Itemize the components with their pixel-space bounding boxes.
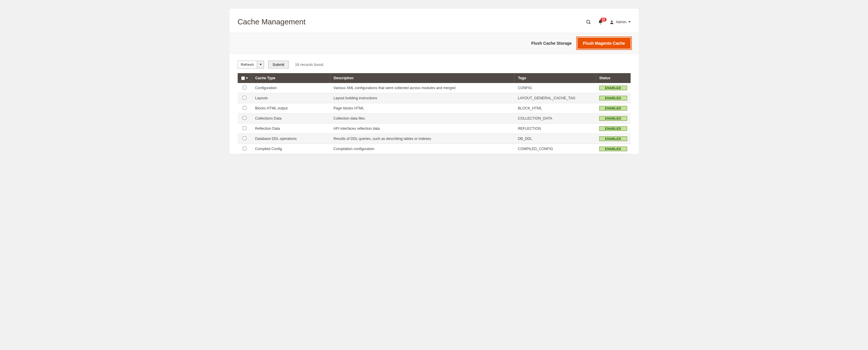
row-checkbox[interactable] — [243, 147, 246, 150]
status-badge: ENABLED — [599, 126, 627, 131]
cell-type: Reflection Data — [252, 124, 330, 134]
cell-description: Results of DDL queries, such as describi… — [330, 134, 515, 144]
svg-point-0 — [587, 20, 590, 23]
select-all-checkbox[interactable] — [241, 76, 245, 80]
chevron-down-icon — [628, 21, 630, 23]
row-checkbox[interactable] — [243, 86, 246, 89]
flush-magento-cache-button[interactable]: Flush Magento Cache — [578, 38, 630, 49]
status-badge: ENABLED — [599, 147, 627, 151]
records-count: 16 records found — [295, 62, 323, 67]
cell-tags: BLOCK_HTML — [515, 103, 596, 114]
cell-description: Page blocks HTML — [330, 103, 515, 114]
col-header-description[interactable]: Description — [330, 73, 515, 83]
search-icon[interactable] — [586, 19, 591, 25]
cell-tags: COLLECTION_DATA — [515, 114, 596, 124]
table-row: LayoutsLayout building instructionsLAYOU… — [238, 93, 630, 103]
cache-grid: Cache Type Description Tags Status Confi… — [238, 73, 630, 154]
col-header-tags[interactable]: Tags — [515, 73, 596, 83]
flush-cache-storage-button[interactable]: Flush Cache Storage — [531, 41, 572, 45]
cell-tags: COMPILED_CONFIG — [515, 144, 596, 154]
row-checkbox[interactable] — [243, 106, 246, 110]
table-row: Database DDL operationsResults of DDL qu… — [238, 134, 630, 144]
submit-button[interactable]: Submit — [268, 61, 288, 68]
status-badge: ENABLED — [599, 116, 627, 121]
cell-tags: REFLECTION — [515, 124, 596, 134]
mass-action-value: Refresh — [238, 61, 257, 68]
cell-type: Layouts — [252, 93, 330, 103]
cell-tags: CONFIG — [515, 83, 596, 93]
svg-point-2 — [611, 20, 612, 22]
svg-line-1 — [589, 23, 590, 24]
cell-type: Configuration — [252, 83, 330, 93]
row-checkbox[interactable] — [243, 116, 246, 120]
cell-description: Compilation configuration — [330, 144, 515, 154]
table-row: ConfigurationVarious XML configurations … — [238, 83, 630, 93]
cell-tags: LAYOUT_GENERAL_CACHE_TAG — [515, 93, 596, 103]
row-checkbox[interactable] — [243, 96, 246, 100]
admin-label: Admin — [616, 20, 626, 24]
mass-action-select[interactable]: Refresh — [238, 61, 265, 68]
cell-description: API interfaces reflection data — [330, 124, 515, 134]
cell-description: Collection data files — [330, 114, 515, 124]
notifications-icon[interactable]: 39 — [598, 20, 603, 25]
row-checkbox[interactable] — [243, 126, 246, 130]
admin-account-dropdown[interactable]: Admin — [610, 20, 630, 24]
table-row: Blocks HTML outputPage blocks HTMLBLOCK_… — [238, 103, 630, 114]
cell-description: Layout building instructions — [330, 93, 515, 103]
cell-description: Various XML configurations that were col… — [330, 83, 515, 93]
col-header-status[interactable]: Status — [596, 73, 630, 83]
status-badge: ENABLED — [599, 86, 627, 90]
notifications-badge: 39 — [600, 18, 607, 22]
cell-type: Compiled Config — [252, 144, 330, 154]
status-badge: ENABLED — [599, 136, 627, 141]
table-row: Collections DataCollection data filesCOL… — [238, 114, 630, 124]
col-header-type[interactable]: Cache Type — [252, 73, 330, 83]
page-title: Cache Management — [238, 18, 306, 26]
table-row: Reflection DataAPI interfaces reflection… — [238, 124, 630, 134]
status-badge: ENABLED — [599, 106, 627, 110]
chevron-down-icon — [259, 64, 262, 65]
cell-type: Database DDL operations — [252, 134, 330, 144]
cell-tags: DB_DDL — [515, 134, 596, 144]
mass-action-toggle[interactable] — [257, 61, 264, 68]
table-row: Compiled ConfigCompilation configuration… — [238, 144, 630, 154]
status-badge: ENABLED — [599, 96, 627, 100]
cell-type: Collections Data — [252, 114, 330, 124]
cell-type: Blocks HTML output — [252, 103, 330, 114]
row-checkbox[interactable] — [243, 136, 246, 140]
chevron-down-icon[interactable] — [246, 77, 248, 79]
